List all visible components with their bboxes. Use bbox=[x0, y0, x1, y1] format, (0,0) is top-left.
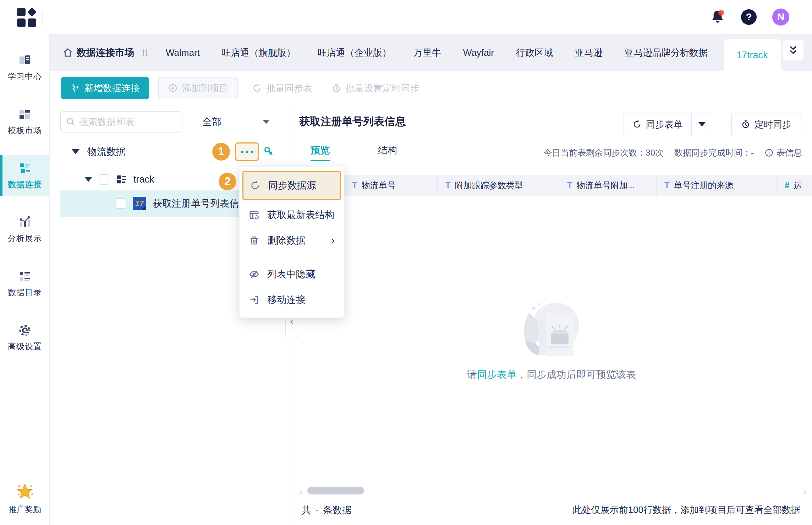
tree-table-label: 获取注册单号列表信息 bbox=[153, 197, 248, 210]
sync-form-dropdown-toggle[interactable] bbox=[691, 113, 712, 136]
empty-state-illustration bbox=[509, 298, 594, 371]
sidebar-item-promo-reward[interactable]: 推广奖励 bbox=[0, 477, 50, 520]
17track-logo-icon: 17 bbox=[133, 197, 146, 210]
menu-item-sync-datasource[interactable]: 同步数据源 bbox=[242, 171, 341, 200]
data-connection-icon bbox=[17, 161, 33, 175]
tab-data-connection-market[interactable]: 数据连接市场 bbox=[50, 46, 141, 59]
home-tab-label: 数据连接市场 bbox=[77, 46, 134, 59]
key-icon[interactable] bbox=[263, 146, 275, 159]
logo-diamond bbox=[27, 7, 37, 17]
sync-form-link[interactable]: 同步表单 bbox=[477, 369, 517, 380]
menu-item-fetch-structure[interactable]: 获取最新表结构 bbox=[240, 202, 344, 228]
logo-block bbox=[17, 18, 26, 27]
sidebar-item-analysis-display[interactable]: 分析展示 bbox=[0, 209, 50, 250]
column-header[interactable]: T 物流单号附加... bbox=[559, 175, 657, 196]
info-icon bbox=[764, 148, 774, 157]
search-input[interactable] bbox=[79, 117, 168, 128]
menu-item-hide-in-list[interactable]: 列表中隐藏 bbox=[240, 261, 344, 287]
connection-tab-bar: 数据连接市场 Walmart 旺店通（旗舰版） 旺店通（企业版） 万里牛 Way… bbox=[50, 34, 812, 71]
column-label: 单号注册的来源 bbox=[674, 180, 734, 191]
column-header[interactable]: T 附加跟踪参数类型 bbox=[438, 175, 559, 196]
tab-17track-active[interactable]: 17track bbox=[724, 39, 781, 71]
tab-amazon-brand-analytics[interactable]: 亚马逊品牌分析数据 bbox=[614, 47, 719, 59]
tab-amazon[interactable]: 亚马逊 bbox=[564, 47, 614, 59]
app-logo-icon[interactable] bbox=[17, 8, 37, 27]
menu-item-delete-data[interactable]: 删除数据 › bbox=[240, 228, 344, 253]
scroll-right-arrow[interactable]: › bbox=[803, 487, 806, 498]
trash-icon bbox=[249, 235, 259, 246]
tree-group-label: 物流数据 bbox=[87, 145, 126, 158]
search-box bbox=[60, 111, 182, 132]
tab-preview[interactable]: 预览 bbox=[311, 144, 330, 162]
batch-sync-label: 批量同步表 bbox=[266, 82, 312, 94]
sync-form-label: 同步表单 bbox=[646, 118, 683, 131]
menu-label: 同步数据源 bbox=[268, 179, 316, 192]
sidebar-item-learning-center[interactable]: 学习中心 bbox=[0, 47, 50, 88]
new-data-connection-button[interactable]: 新增数据连接 bbox=[61, 77, 149, 99]
tab-structure[interactable]: 结构 bbox=[378, 144, 397, 162]
add-to-project-button[interactable]: 添加到项目 bbox=[158, 77, 238, 99]
empty-prefix: 请 bbox=[467, 369, 477, 380]
promo-label: 推广奖励 bbox=[9, 504, 41, 515]
count-prefix: 共 bbox=[302, 504, 311, 516]
logo-block bbox=[28, 18, 36, 27]
menu-item-move-connection[interactable]: 移动连接 bbox=[240, 287, 344, 313]
active-tab-underline bbox=[311, 160, 330, 161]
sidebar-item-advanced-settings[interactable]: 高级设置 bbox=[0, 317, 50, 358]
expander-icon[interactable] bbox=[72, 149, 79, 154]
sync-form-button[interactable]: 同步表单 bbox=[624, 113, 691, 136]
tab-admin-region[interactable]: 行政区域 bbox=[505, 47, 564, 59]
double-chevron-down-icon bbox=[788, 44, 799, 56]
column-header[interactable]: T 单号注册的来源 bbox=[657, 175, 777, 196]
column-header[interactable]: T 物流单号 bbox=[344, 175, 438, 196]
column-type-icon: T bbox=[352, 180, 357, 190]
connection-plus-icon bbox=[70, 83, 80, 93]
chevron-down-icon bbox=[698, 122, 706, 126]
checkbox[interactable] bbox=[116, 198, 126, 209]
expander-icon[interactable] bbox=[84, 177, 92, 182]
tree-table-register-list[interactable]: 17 获取注册单号列表信息 bbox=[116, 190, 248, 217]
sidebar-item-template-market[interactable]: 模板市场 bbox=[0, 101, 50, 142]
tab-wanliniu[interactable]: 万里牛 bbox=[402, 47, 452, 59]
tab-wdt-flagship[interactable]: 旺店通（旗舰版） bbox=[211, 47, 307, 59]
sync-complete-time: 数据同步完成时间：- bbox=[674, 147, 754, 158]
batch-schedule-sync-button[interactable]: 批量设置定时同步 bbox=[327, 82, 424, 94]
sidebar-item-data-connection[interactable]: 数据连接 bbox=[0, 155, 50, 196]
swap-tabs-icon[interactable] bbox=[141, 47, 150, 59]
gear-icon bbox=[17, 323, 33, 337]
scheduled-sync-label: 定时同步 bbox=[755, 118, 791, 131]
more-tabs-button[interactable] bbox=[783, 40, 803, 60]
submenu-arrow-icon: › bbox=[331, 235, 335, 246]
template-icon bbox=[17, 107, 33, 121]
tree-connection-track[interactable]: track bbox=[84, 170, 154, 189]
column-header[interactable]: # 运 bbox=[777, 175, 812, 196]
scroll-left-arrow[interactable]: ‹ bbox=[300, 487, 303, 498]
preview-table-header: T 物流单号 T 附加跟踪参数类型 T 物流单号附加... T 单号注册的来源 … bbox=[299, 175, 812, 196]
add-to-project-label: 添加到项目 bbox=[182, 82, 228, 94]
more-options-button[interactable] bbox=[235, 142, 259, 161]
logo-block bbox=[17, 8, 26, 16]
tab-wdt-enterprise[interactable]: 旺店通（企业版） bbox=[307, 47, 402, 59]
checkbox[interactable] bbox=[99, 174, 109, 185]
move-into-icon bbox=[249, 294, 259, 305]
help-button[interactable]: ? bbox=[741, 9, 757, 25]
table-info-link[interactable]: 表信息 bbox=[764, 147, 802, 158]
tab-wayfair[interactable]: Wayfair bbox=[452, 47, 505, 58]
user-avatar[interactable]: N bbox=[772, 9, 789, 26]
scope-filter-dropdown[interactable]: 全部 bbox=[195, 111, 277, 132]
left-nav: 学习中心 模板市场 数据连接 分析展示 数据 bbox=[0, 34, 50, 525]
book-icon bbox=[17, 53, 33, 67]
tab-walmart[interactable]: Walmart bbox=[155, 47, 211, 58]
scope-filter-value: 全部 bbox=[202, 115, 221, 128]
sidebar-item-data-catalog[interactable]: 数据目录 bbox=[0, 263, 50, 304]
scheduled-sync-button[interactable]: 定时同步 bbox=[731, 113, 801, 136]
chevron-down-icon bbox=[263, 120, 270, 124]
table-meta: 今日当前表剩余同步次数：30次 数据同步完成时间：- 表信息 bbox=[543, 144, 802, 162]
dot bbox=[251, 151, 253, 153]
batch-schedule-label: 批量设置定时同步 bbox=[346, 82, 419, 94]
horizontal-scrollbar-thumb[interactable] bbox=[307, 487, 364, 494]
batch-sync-button[interactable]: 批量同步表 bbox=[247, 82, 317, 94]
tree-group-logistics[interactable]: 物流数据 bbox=[72, 142, 126, 161]
notification-bell-icon[interactable] bbox=[710, 9, 725, 25]
sync-form-split-button: 同步表单 bbox=[624, 113, 712, 136]
